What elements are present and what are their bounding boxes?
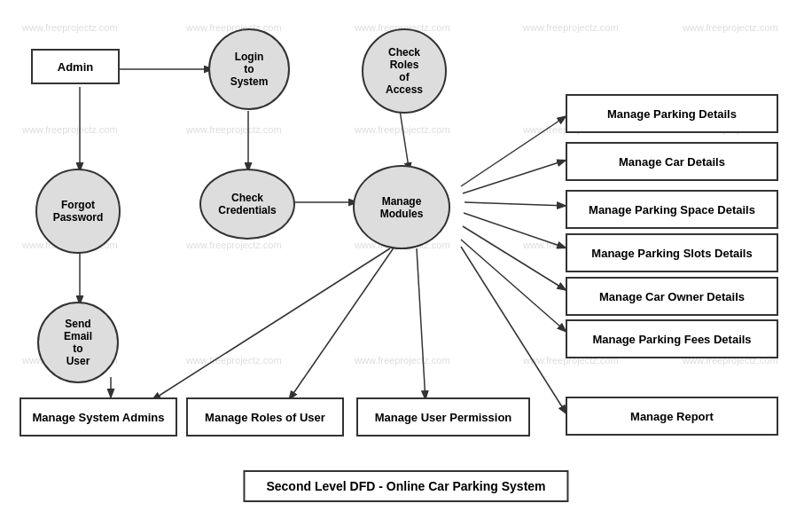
manage-parking-fees-details-node: Manage Parking Fees Details bbox=[566, 319, 778, 358]
manage-user-permission-node: Manage User Permission bbox=[356, 397, 530, 437]
svg-line-16 bbox=[461, 240, 567, 333]
manage-parking-slots-details-node: Manage Parking Slots Details bbox=[566, 233, 778, 272]
check-roles-node: Check Roles of Access bbox=[362, 28, 447, 114]
admin-node: Admin bbox=[31, 49, 120, 84]
svg-line-14 bbox=[464, 213, 567, 248]
diagram-container: www.freeprojectz.com www.freeprojectz.co… bbox=[9, 9, 803, 518]
watermark-18: www.freeprojectz.com bbox=[355, 355, 450, 366]
watermark-8: www.freeprojectz.com bbox=[355, 124, 450, 135]
watermark-12: www.freeprojectz.com bbox=[186, 240, 282, 250]
svg-line-10 bbox=[417, 248, 426, 401]
check-credentials-node: Check Credentials bbox=[199, 169, 295, 240]
svg-line-11 bbox=[461, 115, 567, 186]
manage-roles-of-user-node: Manage Roles of User bbox=[186, 397, 344, 437]
svg-line-13 bbox=[465, 202, 567, 206]
watermark-4: www.freeprojectz.com bbox=[523, 22, 619, 33]
svg-line-15 bbox=[463, 226, 567, 291]
watermark-17: www.freeprojectz.com bbox=[186, 355, 282, 366]
watermark-1: www.freeprojectz.com bbox=[22, 22, 118, 33]
svg-line-9 bbox=[288, 247, 394, 401]
watermark-7: www.freeprojectz.com bbox=[186, 124, 282, 135]
manage-car-details-node: Manage Car Details bbox=[566, 142, 778, 181]
manage-parking-details-node: Manage Parking Details bbox=[566, 94, 778, 133]
svg-line-17 bbox=[461, 247, 567, 415]
manage-car-owner-details-node: Manage Car Owner Details bbox=[566, 277, 778, 316]
manage-parking-space-details-node: Manage Parking Space Details bbox=[566, 190, 778, 229]
svg-line-8 bbox=[151, 248, 390, 401]
login-node: Login to System bbox=[208, 28, 290, 110]
manage-report-node: Manage Report bbox=[566, 397, 778, 436]
watermark-6: www.freeprojectz.com bbox=[22, 124, 118, 135]
forgot-password-node: Forgot Password bbox=[35, 169, 121, 254]
watermark-5: www.freeprojectz.com bbox=[683, 22, 778, 33]
send-email-node: Send Email to User bbox=[37, 302, 119, 383]
svg-line-12 bbox=[463, 160, 567, 193]
manage-system-admins-node: Manage System Admins bbox=[20, 397, 177, 437]
svg-line-4 bbox=[399, 105, 410, 173]
footer-title: Second Level DFD - Online Car Parking Sy… bbox=[243, 470, 568, 502]
manage-modules-node: Manage Modules bbox=[353, 165, 450, 249]
